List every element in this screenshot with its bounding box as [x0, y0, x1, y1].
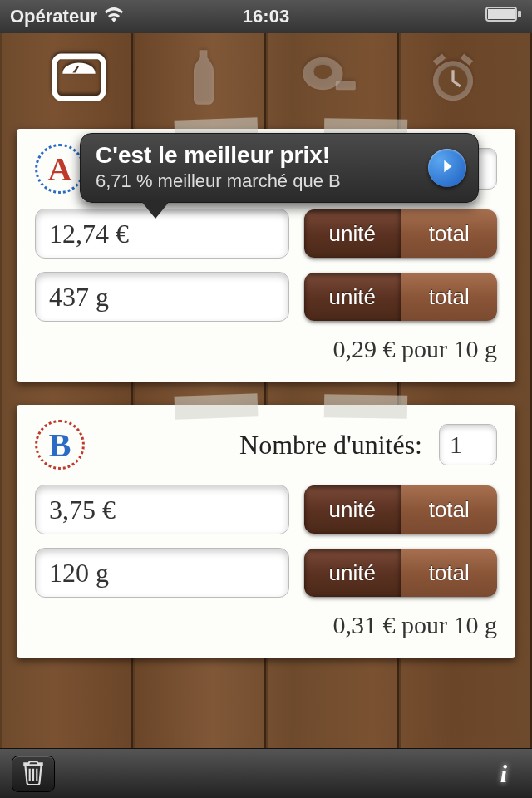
weight-total-btn-a[interactable]: total	[401, 273, 498, 321]
callout-arrow	[140, 200, 170, 219]
clock: 16:03	[243, 6, 289, 27]
carrier-label: Opérateur	[10, 6, 97, 27]
weight-input-b[interactable]: 120 g	[35, 548, 289, 598]
trash-button[interactable]	[12, 756, 55, 792]
svg-rect-5	[336, 81, 356, 90]
price-input-b[interactable]: 3,75 €	[35, 485, 289, 534]
svg-rect-2	[518, 11, 521, 17]
tab-scale[interactable]	[46, 46, 112, 112]
info-icon: i	[500, 760, 507, 788]
tab-bottle[interactable]	[170, 46, 237, 112]
callout-detail-button[interactable]	[428, 149, 466, 187]
tab-clock[interactable]	[420, 46, 486, 112]
svg-point-4	[314, 65, 332, 80]
stamp-a: A	[35, 144, 85, 194]
bottom-toolbar: i	[0, 748, 532, 798]
status-bar: Opérateur 16:03	[0, 0, 532, 33]
price-mode-seg-b: unité total	[304, 485, 497, 534]
chevron-right-icon	[438, 157, 456, 179]
weight-unit-btn-b[interactable]: unité	[304, 549, 401, 597]
wifi-icon	[104, 6, 124, 27]
weight-input-a[interactable]: 437 g	[35, 272, 289, 322]
alarm-clock-icon	[424, 48, 482, 110]
product-card-b: B Nombre d'unités: 1 3,75 € unité total …	[17, 405, 515, 658]
callout-subtitle: 6,71 % meilleur marché que B	[96, 170, 421, 192]
price-total-btn-a[interactable]: total	[401, 209, 498, 258]
price-unit-btn-a[interactable]: unité	[304, 209, 401, 258]
svg-rect-1	[488, 9, 515, 19]
price-unit-btn-b[interactable]: unité	[304, 485, 401, 534]
stamp-b: B	[35, 420, 85, 470]
price-total-btn-b[interactable]: total	[401, 485, 498, 534]
scale-icon	[50, 48, 108, 110]
weight-mode-seg-b: unité total	[304, 549, 497, 597]
result-a: 0,29 € pour 10 g	[35, 335, 497, 363]
price-mode-seg-a: unité total	[304, 209, 497, 258]
weight-total-btn-b[interactable]: total	[401, 549, 498, 597]
best-price-callout: C'est le meilleur prix! 6,71 % meilleur …	[80, 133, 479, 203]
weight-unit-btn-a[interactable]: unité	[304, 273, 401, 321]
bottle-icon	[175, 48, 233, 110]
units-input-b[interactable]: 1	[439, 424, 497, 466]
result-b: 0,31 € pour 10 g	[35, 611, 497, 639]
callout-title: C'est le meilleur prix!	[96, 142, 421, 169]
weight-mode-seg-a: unité total	[304, 273, 497, 321]
info-button[interactable]: i	[487, 757, 520, 791]
trash-icon	[22, 760, 44, 788]
tab-bar	[0, 33, 532, 125]
tab-tape[interactable]	[295, 46, 362, 112]
battery-icon	[485, 6, 522, 27]
units-label: Nombre d'unités:	[96, 430, 427, 461]
tape-measure-icon	[299, 48, 357, 110]
